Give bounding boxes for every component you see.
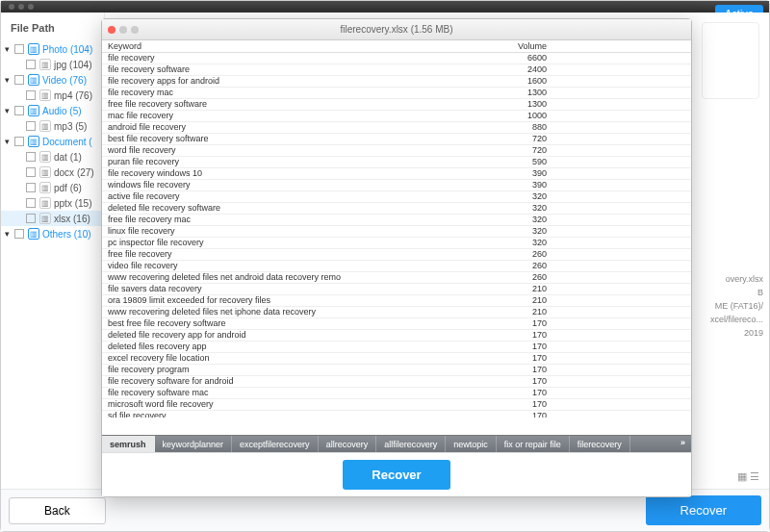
checkbox[interactable] — [26, 90, 36, 100]
sheet-tab[interactable]: allrecovery — [319, 436, 377, 452]
cell-volume: 320 — [512, 226, 691, 238]
filetype-icon: ▥ — [28, 74, 39, 86]
cell-volume: 1600 — [512, 76, 691, 88]
checkbox[interactable] — [26, 198, 36, 208]
table-row[interactable]: video file recovery260 — [102, 261, 691, 272]
tree-item[interactable]: ▥xlsx (16) — [1, 211, 104, 226]
table-row[interactable]: file recovery windows 10390 — [102, 168, 691, 180]
table-row[interactable]: android file recovery880 — [102, 122, 691, 134]
table-row[interactable]: linux file recovery320 — [102, 226, 691, 238]
checkbox[interactable] — [14, 137, 24, 146]
checkbox[interactable] — [26, 214, 36, 223]
view-toggle[interactable]: ▦ ☰ — [737, 470, 759, 483]
checkbox[interactable] — [26, 152, 36, 162]
sheet-tab[interactable]: allfilerecovery — [376, 436, 446, 452]
tree-label: mp4 (76) — [54, 90, 92, 101]
table-row[interactable]: deleted file recovery software320 — [102, 203, 691, 215]
table-row[interactable]: deleted file recovery app for android170 — [102, 330, 691, 342]
cell-volume: 6600 — [512, 53, 691, 64]
tree-item[interactable]: ▾▥Photo (104) — [1, 41, 104, 57]
maximize-icon[interactable] — [131, 26, 139, 34]
filetype-icon: ▥ — [39, 166, 51, 178]
recover-button[interactable]: Recover — [646, 495, 761, 525]
table-row[interactable]: www recovering deleted files net android… — [102, 272, 691, 284]
table-row[interactable]: windows file recovery390 — [102, 180, 691, 191]
close-icon[interactable] — [108, 26, 116, 34]
table-row[interactable]: best file recovery software720 — [102, 134, 691, 145]
tree-item[interactable]: ▥dat (1) — [1, 149, 104, 165]
table-row[interactable]: free file recovery software1300 — [102, 99, 691, 111]
tree-label: mp3 (5) — [54, 121, 87, 132]
cell-keyword: deleted file recovery app for android — [102, 330, 512, 342]
table-row[interactable]: file recovery mac1300 — [102, 88, 691, 99]
table-row[interactable]: file recovery6600 — [102, 53, 691, 64]
cell-keyword: active file recovery — [102, 191, 512, 203]
cell-keyword: windows file recovery — [102, 180, 512, 191]
checkbox[interactable] — [14, 44, 24, 54]
table-row[interactable]: word file recovery720 — [102, 145, 691, 157]
cell-volume: 210 — [512, 307, 691, 318]
chevron-down-icon: ▾ — [5, 106, 13, 115]
table-row[interactable]: free file recovery260 — [102, 249, 691, 261]
table-row[interactable]: excel recovery file location170 — [102, 353, 691, 365]
tree-item[interactable]: ▾▥Audio (5) — [1, 103, 104, 118]
table-row[interactable]: mac file recovery1000 — [102, 111, 691, 122]
sheet-tab[interactable]: newtopic — [446, 436, 497, 452]
sheet-tab[interactable]: fix or repair file — [497, 436, 570, 452]
table-row[interactable]: best free file recovery software170 — [102, 318, 691, 330]
filetype-icon: ▥ — [39, 197, 51, 209]
back-button[interactable]: Back — [9, 497, 106, 524]
table-row[interactable]: file recovery software mac170 — [102, 388, 691, 399]
checkbox[interactable] — [26, 121, 36, 131]
checkbox[interactable] — [14, 106, 24, 115]
cell-keyword: microsoft word file recovery — [102, 399, 512, 411]
sheet-tab[interactable]: filerecovery — [570, 436, 630, 452]
tree-item[interactable]: ▥docx (27) — [1, 165, 104, 180]
minimize-icon[interactable] — [119, 26, 127, 34]
table-row[interactable]: file recovery software for android170 — [102, 376, 691, 388]
cell-volume: 170 — [512, 365, 691, 376]
sheet-tab[interactable]: exceptfilerecovery — [232, 436, 319, 452]
filetype-icon: ▥ — [28, 105, 39, 116]
checkbox[interactable] — [26, 60, 36, 69]
tree-item[interactable]: ▥pdf (6) — [1, 180, 104, 195]
filetype-icon: ▥ — [39, 151, 51, 163]
file-details: overy.xlsx B ME (FAT16)/ xcel/filereco..… — [710, 272, 763, 340]
tree-item[interactable]: ▾▥Others (10) — [1, 226, 104, 241]
table-row[interactable]: free file recovery mac320 — [102, 215, 691, 226]
sidebar: File Path ▾▥Photo (104)▥jpg (104)▾▥Video… — [1, 13, 105, 485]
sheet-tab[interactable]: semrush — [102, 436, 155, 452]
preview-recover-button[interactable]: Recover — [343, 460, 449, 490]
table-row[interactable]: www recovering deleted files net iphone … — [102, 307, 691, 318]
checkbox[interactable] — [26, 183, 36, 192]
cell-keyword: free file recovery — [102, 249, 512, 261]
table-row[interactable]: active file recovery320 — [102, 191, 691, 203]
filetype-icon: ▥ — [39, 213, 51, 224]
table-row[interactable]: file savers data recovery210 — [102, 284, 691, 295]
sheet-tab[interactable]: keywordplanner — [155, 436, 233, 452]
cell-keyword: mac file recovery — [102, 111, 512, 122]
table-row[interactable]: file recovery apps for android1600 — [102, 76, 691, 88]
table-row[interactable]: file recovery program170 — [102, 365, 691, 376]
cell-volume: 390 — [512, 168, 691, 180]
table-row[interactable]: puran file recovery590 — [102, 157, 691, 168]
checkbox[interactable] — [14, 229, 24, 239]
table-row[interactable]: pc inspector file recovery320 — [102, 238, 691, 249]
chevron-down-icon: ▾ — [5, 137, 13, 146]
table-row[interactable]: microsoft word file recovery170 — [102, 399, 691, 411]
table-row[interactable]: ora 19809 limit exceeded for recovery fi… — [102, 295, 691, 307]
table-row[interactable]: deleted files recovery app170 — [102, 342, 691, 353]
cell-volume: 170 — [512, 330, 691, 342]
more-tabs-icon[interactable]: » — [675, 436, 691, 452]
table-row[interactable]: file recovery software2400 — [102, 64, 691, 76]
checkbox[interactable] — [14, 75, 24, 85]
table-row[interactable]: sd file recovery170 — [102, 411, 691, 418]
tree-item[interactable]: ▥mp4 (76) — [1, 88, 104, 103]
tree-item[interactable]: ▥pptx (15) — [1, 195, 104, 211]
tree-item[interactable]: ▾▥Document ( — [1, 134, 104, 149]
checkbox[interactable] — [26, 167, 36, 177]
tree-item[interactable]: ▥jpg (104) — [1, 57, 104, 72]
tree-item[interactable]: ▾▥Video (76) — [1, 72, 104, 88]
tree-label: pdf (6) — [54, 183, 82, 193]
tree-item[interactable]: ▥mp3 (5) — [1, 118, 104, 134]
